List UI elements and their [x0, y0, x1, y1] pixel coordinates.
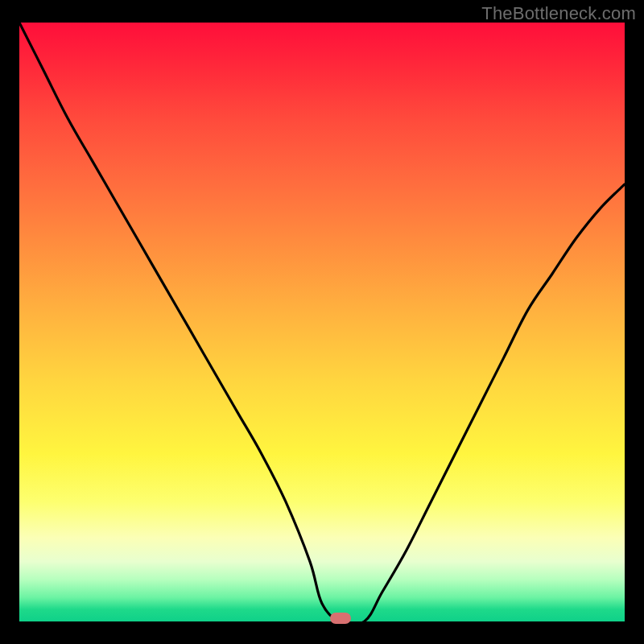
bottleneck-curve — [19, 23, 625, 621]
optimum-marker — [330, 613, 351, 624]
chart-frame: TheBottleneck.com — [0, 0, 644, 644]
watermark-text: TheBottleneck.com — [481, 3, 636, 24]
plot-area — [19, 23, 625, 621]
curve-path — [19, 23, 625, 625]
